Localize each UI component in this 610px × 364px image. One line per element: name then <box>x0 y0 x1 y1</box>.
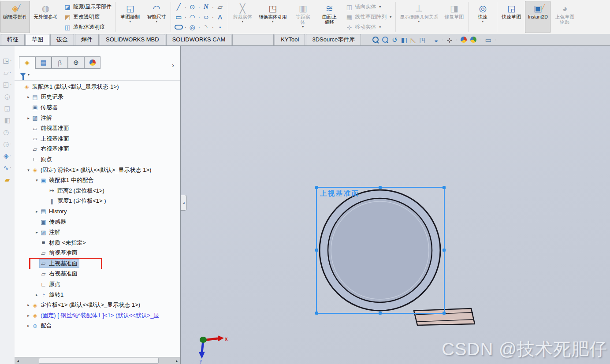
graphics-viewport[interactable]: y x 上视基准面 CSDN @技术死肥仔 <box>181 46 610 364</box>
centerpoint-arc-icon[interactable]: ◠ <box>190 13 195 21</box>
selection-handle[interactable] <box>315 312 318 315</box>
tree-item[interactable]: ▸▨注解 <box>15 227 180 238</box>
spline-icon[interactable]: N <box>204 3 208 11</box>
assembly-tool-2-button[interactable]: ▱· <box>0 67 15 78</box>
tab-特征[interactable]: 特征 <box>1 34 25 45</box>
tree-item[interactable]: ↦距离2 (定位板<1>) <box>15 186 180 196</box>
tree-item[interactable]: ◈装配体1 (默认<默认_显示状态-1>) <box>15 82 180 92</box>
dropdown-dot-icon[interactable]: · <box>10 58 11 63</box>
expand-arrow-icon[interactable]: ▸ <box>34 293 40 297</box>
display-delete-relations-button[interactable]: ⊥ 显示/删除几何关系 <box>397 1 440 33</box>
repair-sketch-button[interactable]: ◨ 修复草图 <box>441 1 467 33</box>
tree-item[interactable]: ▣传感器 <box>15 102 180 113</box>
tab-钣金[interactable]: 钣金 <box>50 34 74 45</box>
dropdown-dot-icon[interactable]: · <box>212 15 214 20</box>
assembly-tool-7-button[interactable]: ◷· <box>0 126 15 138</box>
tree-item[interactable]: ▾◈(固定) 滑轮<1> (默认<<默认>_显示状态 1>) <box>15 165 180 175</box>
point-icon[interactable]: ▪ <box>219 25 221 30</box>
tree-item[interactable]: ▱上视基准面 <box>15 258 180 269</box>
expand-arrow-icon[interactable]: ▾ <box>26 168 31 172</box>
dropdown-dot-icon[interactable]: · <box>10 141 11 146</box>
line-icon[interactable]: ╱ <box>177 3 181 11</box>
assembly-tool-5-button[interactable]: ◲ <box>0 102 15 114</box>
tab-焊件[interactable]: 焊件 <box>75 34 99 45</box>
dropdown-dot-icon[interactable]: · <box>185 15 186 20</box>
sketch-button[interactable]: ◱ 草图绘制 <box>117 1 143 33</box>
scroll-left-arrow[interactable]: ◂ <box>15 359 21 363</box>
expand-arrow-icon[interactable]: ▸ <box>26 313 31 318</box>
dropdown-dot-icon[interactable]: · <box>198 15 200 20</box>
dropdown-arrow-icon[interactable]: ▾ <box>379 5 381 9</box>
scroll-track[interactable] <box>21 357 174 364</box>
selection-handle[interactable] <box>379 186 382 189</box>
tree-item[interactable]: ∥宽度1 (定位板<1> ) <box>15 196 180 207</box>
tab-SOLIDWORKS MBD[interactable]: SOLIDWORKS MBD <box>100 34 165 45</box>
assembly-tool-8-button[interactable]: ◶· <box>0 138 15 150</box>
tree-item[interactable]: ≡材质 <未指定> <box>15 238 180 248</box>
linear-sketch-pattern-button[interactable]: ▦ 线性草图阵列 ▾ <box>343 12 394 22</box>
expand-arrow-icon[interactable]: ▸ <box>26 303 31 307</box>
assembly-tool-4-button[interactable]: ◵ <box>0 90 15 102</box>
edit-appearance-icon[interactable] <box>461 37 467 43</box>
propertymanager-tab[interactable]: ▤ <box>35 56 52 69</box>
tab-SOLIDWORKS CAM[interactable]: SOLIDWORKS CAM <box>166 34 232 45</box>
rapid-sketch-button[interactable]: ◲ 快速草图 <box>498 1 524 33</box>
assembly-tool-10-button[interactable]: ∿· <box>0 162 15 174</box>
no-external-references-button[interactable]: ◍ 无外部参考 <box>31 1 60 33</box>
instant2d-button[interactable]: ▣ Instant2D <box>525 1 550 33</box>
edit-component-button[interactable]: ◈ 编辑零部件 <box>0 1 30 33</box>
assembly-tool-1-button[interactable]: ◳· <box>0 55 15 67</box>
move-entities-button[interactable]: ⊹ 移动实体 ▾ <box>343 22 394 32</box>
dropdown-dot-icon[interactable]: · <box>429 37 431 42</box>
displaymanager-tab[interactable] <box>84 56 100 69</box>
configurationmanager-tab[interactable]: β <box>52 56 68 69</box>
tree-item[interactable]: ▸◔旋转1 <box>15 290 180 300</box>
dropdown-dot-icon[interactable]: · <box>456 37 457 42</box>
apply-scene-icon[interactable] <box>470 37 476 43</box>
featuremanager-tab[interactable]: ◈ <box>19 56 35 69</box>
circle-icon[interactable]: ⊙ <box>190 3 195 11</box>
selection-handle[interactable] <box>443 249 446 252</box>
tree-item[interactable]: ▱右视基准面 <box>15 269 180 279</box>
dropdown-dot-icon[interactable]: · <box>185 4 186 10</box>
hide-show-components-button[interactable]: ◪ 隐藏/显示零部件 <box>62 2 114 12</box>
view-settings-icon[interactable]: ▭ <box>485 37 491 43</box>
panel-collapse-handle[interactable] <box>181 195 187 211</box>
quick-snaps-button[interactable]: ◎ 快速 <box>470 1 495 33</box>
convert-plane-icon[interactable]: ▱ <box>218 3 223 11</box>
change-transparency-button[interactable]: ◩ 更改透明度 <box>62 12 114 22</box>
expand-arrow-icon[interactable]: ▸ <box>26 323 31 328</box>
offset-entities-button[interactable]: ▥ 等距实体 <box>290 1 316 33</box>
selection-handle[interactable] <box>379 312 382 315</box>
filter-funnel-icon[interactable] <box>20 73 26 77</box>
selection-handle[interactable] <box>315 186 318 189</box>
trim-entities-button[interactable]: ╳ 剪裁实体 <box>230 1 255 33</box>
tab-3DSource零件库[interactable]: 3DSource零件库 <box>306 34 361 45</box>
expand-arrow-icon[interactable]: ▸ <box>34 230 40 234</box>
dropdown-dot-icon[interactable]: · <box>10 130 11 134</box>
tree-item[interactable]: ▸▨注解 <box>15 113 180 123</box>
tree-horizontal-scrollbar[interactable]: ◂ ▸ <box>15 357 180 364</box>
tree-item[interactable]: ▱前视基准面 <box>15 248 180 259</box>
mirror-entities-button[interactable]: ◫ 镜向实体 ▾ <box>343 2 394 12</box>
offset-on-surface-button[interactable]: ≋ 曲面上偏移 <box>316 1 342 33</box>
filter-dropdown-icon[interactable]: ▾ <box>28 73 30 77</box>
perimeter-circle-icon[interactable]: ◎ <box>190 23 195 31</box>
scroll-thumb[interactable] <box>39 358 159 364</box>
tree-item[interactable]: ▸▤历史记录 <box>15 92 180 103</box>
section-view-icon[interactable]: ◧ <box>401 37 407 43</box>
dropdown-dot-icon[interactable]: · <box>495 37 496 42</box>
dropdown-dot-icon[interactable]: · <box>480 37 481 42</box>
dropdown-dot-icon[interactable]: · <box>10 70 11 75</box>
tree-item[interactable]: ▸▤History <box>15 206 180 217</box>
hide-show-items-icon[interactable]: ◒ <box>434 37 438 43</box>
tab-KYTool[interactable]: KYTool <box>275 34 305 45</box>
tree-item[interactable]: ▱上视基准面 <box>15 134 180 144</box>
tree-item[interactable]: ∟原点 <box>15 279 180 290</box>
assembly-tool-9-button[interactable]: ◈· <box>0 150 15 162</box>
smart-dimension-button[interactable]: ◠ 智能尺寸 <box>144 1 169 33</box>
tree-item[interactable]: ▸◈定位板<1> (默认<<默认>_显示状态 1>) <box>15 300 180 310</box>
zoom-fit-icon[interactable] <box>372 37 379 43</box>
tab-草图[interactable]: 草图 <box>26 34 49 45</box>
dropdown-dot-icon[interactable]: · <box>212 25 214 30</box>
